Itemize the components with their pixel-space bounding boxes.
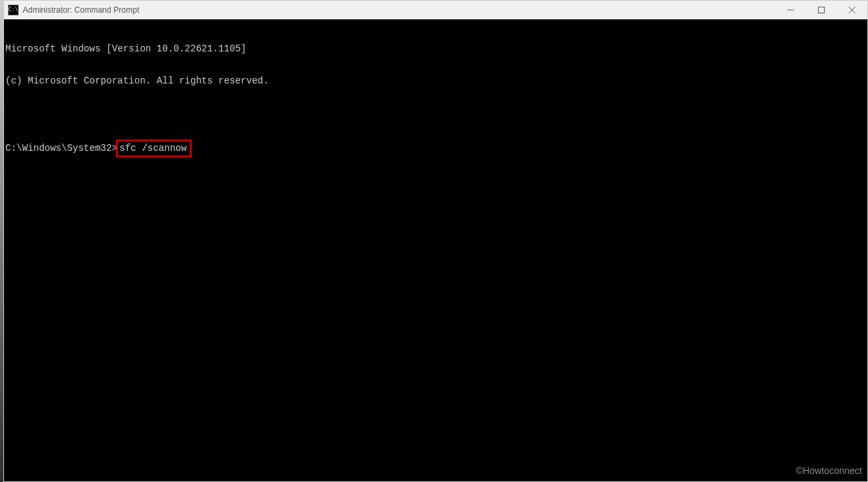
command-prompt-window: C:\ Administrator: Command Prompt Micros… bbox=[3, 0, 868, 482]
titlebar-left: C:\ Administrator: Command Prompt bbox=[4, 5, 139, 15]
terminal-blank-line bbox=[5, 107, 866, 118]
titlebar[interactable]: C:\ Administrator: Command Prompt bbox=[4, 1, 867, 19]
maximize-icon bbox=[818, 7, 825, 13]
watermark: ©Howtoconnect bbox=[796, 465, 862, 476]
terminal-line-copyright: (c) Microsoft Corporation. All rights re… bbox=[5, 75, 866, 86]
window-controls bbox=[775, 1, 867, 19]
minimize-icon bbox=[787, 7, 794, 13]
close-icon bbox=[849, 7, 855, 13]
minimize-button[interactable] bbox=[775, 1, 806, 19]
terminal-prompt-line: C:\Windows\System32>sfc /scannow bbox=[5, 140, 866, 157]
cmd-icon: C:\ bbox=[8, 5, 19, 15]
terminal-line-version: Microsoft Windows [Version 10.0.22621.11… bbox=[5, 43, 866, 54]
terminal-prompt: C:\Windows\System32> bbox=[5, 143, 117, 154]
close-button[interactable] bbox=[837, 1, 867, 19]
terminal-command[interactable]: sfc /scannow bbox=[119, 143, 187, 154]
terminal-body[interactable]: Microsoft Windows [Version 10.0.22621.11… bbox=[4, 19, 867, 481]
window-title: Administrator: Command Prompt bbox=[23, 5, 139, 15]
maximize-button[interactable] bbox=[806, 1, 837, 19]
cmd-icon-text: C:\ bbox=[9, 7, 18, 13]
svg-rect-1 bbox=[819, 7, 825, 13]
command-highlight: sfc /scannow bbox=[116, 140, 191, 157]
